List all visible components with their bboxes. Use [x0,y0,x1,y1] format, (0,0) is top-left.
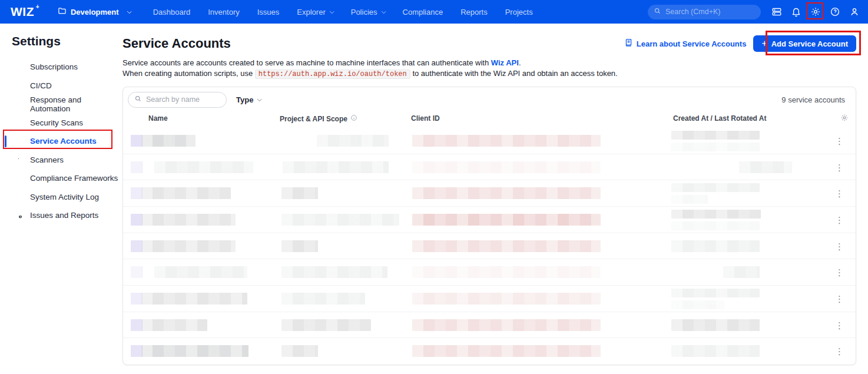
service-account-icon [14,135,24,147]
nav-item-reports[interactable]: Reports [460,8,488,16]
sidebar-item-label: Issues and Reports [30,211,98,220]
sidebar-item-subscriptions[interactable]: Subscriptions [0,58,122,77]
row-actions-kebab-icon[interactable]: ⋮ [833,161,846,173]
redacted-avatar [131,135,143,147]
column-client-id: Client ID [411,114,440,123]
sidebar-item-ci-cd[interactable]: CI/CD [0,77,122,95]
redacted-avatar [131,266,143,278]
add-service-account-button[interactable]: + Add Service Account [753,35,856,52]
redacted-created-at [723,266,760,278]
sidebar-item-issues-and-reports[interactable]: Issues and Reports [0,206,122,225]
redacted-last-rotated [671,221,760,230]
search-by-name-input[interactable]: Search by name [128,92,227,108]
type-filter-dropdown[interactable]: Type [236,95,261,104]
sidebar-item-compliance-frameworks[interactable]: Compliance Frameworks [0,169,122,188]
navbar-icon-group [771,6,860,17]
redacted-avatar [131,161,143,173]
redacted-name [141,214,236,226]
redacted-avatar [131,187,143,199]
nav-item-projects[interactable]: Projects [505,8,533,16]
row-actions-kebab-icon[interactable]: ⋮ [833,346,846,357]
column-project-api-scope: Project & API Scope [280,114,357,123]
row-actions-kebab-icon[interactable]: ⋮ [833,267,846,278]
scanner-icon [14,154,24,166]
nav-item-policies[interactable]: Policies [351,8,385,16]
redacted-scope [281,345,318,357]
table-header-row: Name Project & API Scope Client ID Creat… [123,112,856,128]
sidebar-item-response-and-automation[interactable]: Response and Automation [0,95,122,114]
billing-icon[interactable] [771,6,782,17]
chevron-down-icon [257,97,262,101]
column-settings-gear-icon[interactable] [840,114,849,124]
redacted-client-id [412,161,601,173]
plus-icon: + [761,39,767,48]
redacted-created-at [671,289,760,297]
redacted-name [141,345,249,357]
sidebar-item-label: Compliance Frameworks [30,174,118,183]
gear-icon[interactable] [810,6,821,17]
table-row: ⋮ [123,180,856,206]
redacted-last-rotated [671,195,708,204]
bell-icon[interactable] [791,6,801,17]
redacted-scope [281,240,318,252]
redacted-scope [281,293,365,305]
global-search-input[interactable]: Search (Cmd+K) [648,5,761,19]
redacted-name [141,240,236,252]
wiz-api-link[interactable]: Wiz API [491,58,519,67]
row-actions-kebab-icon[interactable]: ⋮ [833,135,846,146]
redacted-created-at [671,319,760,331]
row-actions-kebab-icon[interactable]: ⋮ [833,188,846,199]
top-navbar: WIZ+ Development DashboardInventoryIssue… [0,0,868,24]
redacted-name [141,319,207,331]
row-actions-kebab-icon[interactable]: ⋮ [833,240,846,251]
sidebar-item-label: Security Scans [30,118,83,127]
redacted-client-id [412,345,601,357]
book-icon [624,38,633,49]
table-row: ⋮ [123,259,856,285]
nav-item-issues[interactable]: Issues [257,8,280,16]
user-icon[interactable] [849,6,860,17]
sidebar-item-scanners[interactable]: Scanners [0,151,122,170]
table-row: ⋮ [123,233,856,259]
sidebar-item-label: CI/CD [30,81,52,90]
table-row: ⋮ [123,154,856,180]
table-row: ⋮ [123,312,856,338]
nav-item-compliance[interactable]: Compliance [403,8,443,16]
infinity-icon [14,80,24,91]
folder-icon [58,6,67,17]
shield-icon [14,173,24,184]
row-actions-kebab-icon[interactable]: ⋮ [833,293,846,304]
redacted-client-id [412,293,601,305]
sidebar-item-system-activity-log[interactable]: System Activity Log [0,188,122,207]
sidebar-item-label: Scanners [30,155,64,164]
project-selector[interactable]: Development [58,6,131,17]
help-icon[interactable] [830,6,840,17]
learn-about-service-accounts-link[interactable]: Learn about Service Accounts [624,38,747,49]
redacted-client-id [412,240,601,252]
selected-indicator [5,135,6,147]
redacted-scope [283,161,389,173]
sidebar-item-security-scans[interactable]: Security Scans [0,114,122,133]
column-name: Name [148,114,168,123]
row-actions-kebab-icon[interactable]: ⋮ [833,319,846,330]
nav-item-explorer[interactable]: Explorer [297,8,333,16]
redacted-avatar [131,240,143,252]
service-account-count: 9 service accounts [781,95,849,104]
redacted-created-at [671,345,760,357]
table-row: ⋮ [123,128,856,154]
nav-item-inventory[interactable]: Inventory [208,8,239,16]
row-actions-kebab-icon[interactable]: ⋮ [833,214,846,225]
search-icon [134,95,142,104]
wiz-logo: WIZ+ [11,5,34,19]
redacted-scope [281,266,387,278]
sidebar-item-service-accounts[interactable]: Service Accounts [0,132,122,151]
page-description: Service accounts are accounts created to… [122,58,856,80]
info-icon [350,114,357,123]
nav-item-dashboard[interactable]: Dashboard [153,8,191,16]
table-body: ⋮⋮⋮⋮⋮⋮⋮⋮⋮ [123,128,856,364]
redacted-avatar [131,214,143,226]
file-scan-icon [14,117,24,128]
redacted-created-at [671,210,761,219]
redacted-scope [281,319,371,331]
redacted-name [141,187,231,199]
